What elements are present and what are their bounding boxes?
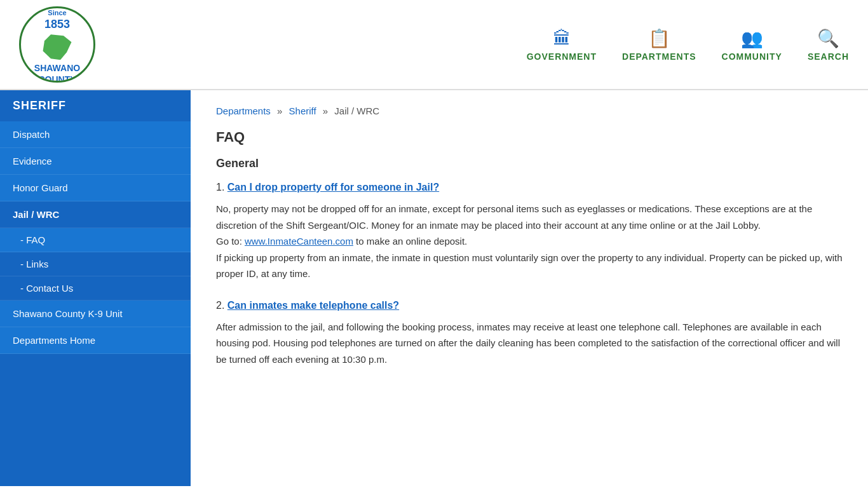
sidebar: SHERIFF Dispatch Evidence Honor Guard Ja… — [0, 90, 191, 486]
faq-answer-2: After admission to the jail, and followi… — [216, 319, 843, 368]
breadcrumb-sheriff[interactable]: Sheriff — [289, 105, 316, 116]
inmate-canteen-link[interactable]: www.InmateCanteen.com — [245, 236, 353, 247]
logo-since: Since — [21, 8, 93, 17]
faq-question-link-2[interactable]: Can inmates make telephone calls? — [227, 300, 399, 311]
breadcrumb-departments[interactable]: Departments — [216, 105, 271, 116]
faq-item-2: 2. Can inmates make telephone calls? Aft… — [216, 300, 843, 368]
government-icon: 🏛 — [527, 28, 597, 49]
departments-icon: 📋 — [622, 28, 696, 49]
breadcrumb-current: Jail / WRC — [334, 105, 379, 116]
faq-answer-text-2a: After admission to the jail, and followi… — [216, 319, 843, 368]
nav-departments[interactable]: 📋 DEPARTMENTS — [622, 28, 696, 62]
faq-item-1: 1. Can I drop property off for someone i… — [216, 182, 843, 282]
faq-deposit-text: to make an online deposit. — [353, 236, 467, 247]
logo-circle: Honoring Tradition · Discovering Tomorro… — [19, 6, 95, 83]
sidebar-subitem-contact-us[interactable]: - Contact Us — [0, 276, 191, 301]
nav-community[interactable]: 👥 COMMUNITY — [722, 28, 782, 62]
nav-search[interactable]: 🔍 SEARCH — [808, 28, 849, 62]
search-label: SEARCH — [808, 51, 849, 62]
logo-tagline: Honoring Tradition · Discovering Tomorro… — [21, 6, 93, 7]
main-nav: 🏛 GOVERNMENT 📋 DEPARTMENTS 👥 COMMUNITY 🔍… — [527, 28, 849, 62]
sidebar-subitem-faq[interactable]: - FAQ — [0, 228, 191, 252]
breadcrumb-sep-2: » — [323, 105, 331, 116]
sidebar-item-jail-wrc[interactable]: Jail / WRC — [0, 201, 191, 228]
departments-label: DEPARTMENTS — [622, 51, 696, 62]
logo-area: Honoring Tradition · Discovering Tomorro… — [19, 6, 95, 83]
search-icon: 🔍 — [808, 28, 849, 49]
sidebar-item-dispatch[interactable]: Dispatch — [0, 121, 191, 148]
header: Honoring Tradition · Discovering Tomorro… — [0, 0, 868, 90]
community-icon: 👥 — [722, 28, 782, 49]
page-title: FAQ — [216, 129, 843, 146]
sidebar-item-evidence[interactable]: Evidence — [0, 148, 191, 175]
logo-map-shape — [41, 34, 73, 60]
faq-answer-text-1b: Go to: www.InmateCanteen.com to make an … — [216, 233, 843, 250]
breadcrumb: Departments » Sheriff » Jail / WRC — [216, 105, 843, 116]
faq-answer-1: No, property may not be dropped off for … — [216, 201, 843, 282]
faq-number-2: 2. — [216, 300, 224, 311]
faq-question-1: 1. Can I drop property off for someone i… — [216, 182, 843, 193]
logo-content: Honoring Tradition · Discovering Tomorro… — [21, 6, 93, 83]
faq-number-1: 1. — [216, 182, 224, 193]
page-layout: SHERIFF Dispatch Evidence Honor Guard Ja… — [0, 90, 868, 486]
sidebar-header: SHERIFF — [0, 90, 191, 121]
faq-question-2: 2. Can inmates make telephone calls? — [216, 300, 843, 311]
logo-county-name: SHAWANO COUNTY — [21, 62, 93, 83]
sidebar-item-k9[interactable]: Shawano County K-9 Unit — [0, 301, 191, 327]
community-label: COMMUNITY — [722, 51, 782, 62]
faq-answer-text-1c: If picking up property from an inmate, t… — [216, 250, 843, 282]
government-label: GOVERNMENT — [527, 51, 597, 62]
logo-year: 1853 — [21, 17, 93, 32]
breadcrumb-sep-1: » — [277, 105, 285, 116]
sidebar-item-honor-guard[interactable]: Honor Guard — [0, 175, 191, 201]
faq-answer-text-1a: No, property may not be dropped off for … — [216, 201, 843, 233]
main-content: Departments » Sheriff » Jail / WRC FAQ G… — [191, 90, 868, 486]
section-title: General — [216, 157, 843, 170]
sidebar-subitem-links[interactable]: - Links — [0, 252, 191, 276]
nav-government[interactable]: 🏛 GOVERNMENT — [527, 28, 597, 62]
sidebar-item-departments-home[interactable]: Departments Home — [0, 327, 191, 354]
faq-question-link-1[interactable]: Can I drop property off for someone in J… — [227, 182, 439, 193]
faq-goto-text: Go to: — [216, 236, 245, 247]
